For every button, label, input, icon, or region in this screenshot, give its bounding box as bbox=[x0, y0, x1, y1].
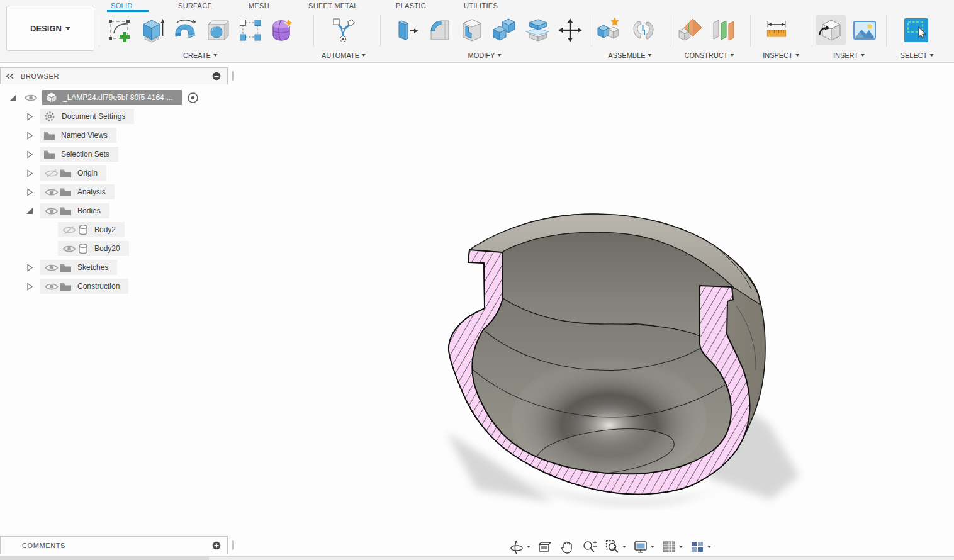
orbit-button[interactable] bbox=[507, 538, 532, 556]
group-label-create[interactable]: CREATE bbox=[183, 52, 217, 59]
look-at-button[interactable] bbox=[536, 538, 554, 556]
dropdown-arrow-icon bbox=[497, 54, 501, 57]
move-copy-icon[interactable] bbox=[556, 16, 584, 44]
hole-icon[interactable] bbox=[204, 16, 232, 44]
joint-icon[interactable] bbox=[629, 16, 657, 44]
tab-solid[interactable]: SOLID bbox=[111, 2, 133, 9]
extrude-icon[interactable] bbox=[138, 16, 166, 44]
zoom-icon bbox=[581, 539, 598, 554]
tree-item[interactable]: Document Settings bbox=[40, 109, 134, 124]
select-icon[interactable] bbox=[902, 16, 930, 44]
group-label-automate[interactable]: AUTOMATE bbox=[322, 52, 366, 59]
fillet-icon[interactable] bbox=[425, 16, 453, 44]
tree-item[interactable]: Sketches bbox=[40, 260, 117, 275]
collapsed-arrow-icon[interactable] bbox=[25, 132, 35, 140]
rectangular-pattern-icon[interactable] bbox=[237, 16, 264, 44]
tab-plastic[interactable]: PLASTIC bbox=[396, 2, 426, 9]
group-label-inspect[interactable]: INSPECT bbox=[763, 52, 799, 59]
visibility-eye-icon[interactable] bbox=[62, 244, 76, 254]
tree-row-named-views[interactable]: Named Views bbox=[25, 126, 116, 144]
collapsed-arrow-icon[interactable] bbox=[25, 283, 35, 291]
combine-icon[interactable] bbox=[491, 16, 519, 44]
browser-panel-header[interactable]: BROWSER bbox=[0, 67, 228, 84]
toolbar-separator bbox=[592, 15, 592, 47]
toolbar-separator bbox=[750, 15, 751, 47]
pan-button[interactable] bbox=[558, 538, 576, 556]
display-settings-button[interactable] bbox=[631, 538, 656, 556]
collapsed-arrow-icon[interactable] bbox=[25, 264, 35, 272]
tree-row-body20[interactable]: Body20 bbox=[58, 240, 129, 257]
activate-component-radio-icon[interactable] bbox=[187, 92, 199, 104]
tree-item[interactable]: Named Views bbox=[40, 128, 116, 143]
press-pull-icon[interactable] bbox=[393, 16, 420, 44]
collapse-chevrons-icon[interactable] bbox=[6, 73, 14, 79]
tree-row-bodies[interactable]: Bodies bbox=[9, 202, 109, 220]
expanded-arrow-icon[interactable] bbox=[25, 207, 35, 215]
tree-row-body2[interactable]: Body2 bbox=[58, 221, 125, 238]
tree-row-document-settings[interactable]: Document Settings bbox=[25, 108, 134, 125]
visibility-eye-icon[interactable] bbox=[45, 263, 59, 272]
construction-plane-icon[interactable] bbox=[676, 16, 704, 44]
browser-collapse-button[interactable] bbox=[212, 72, 221, 81]
toolbar-separator bbox=[812, 15, 812, 47]
group-label-construct[interactable]: CONSTRUCT bbox=[684, 52, 734, 59]
visibility-eye-icon[interactable] bbox=[45, 282, 59, 291]
tree-row-selection-sets[interactable]: Selection Sets bbox=[25, 145, 118, 163]
collapsed-arrow-icon[interactable] bbox=[25, 188, 35, 196]
tree-row-origin[interactable]: Origin bbox=[25, 164, 106, 182]
tree-row-root-component[interactable]: _LAMP24.df79e5bf-80f5-4164-... bbox=[9, 89, 199, 106]
collapsed-arrow-icon[interactable] bbox=[25, 150, 35, 159]
split-body-icon[interactable] bbox=[524, 16, 551, 44]
tree-row-analysis[interactable]: Analysis bbox=[25, 183, 115, 201]
shell-icon[interactable] bbox=[458, 16, 486, 44]
group-label-select[interactable]: SELECT bbox=[901, 52, 934, 59]
tree-item[interactable]: Origin bbox=[40, 165, 106, 181]
tree-item[interactable]: Body2 bbox=[58, 222, 125, 237]
viewport-3d[interactable] bbox=[0, 64, 954, 556]
measure-icon[interactable] bbox=[763, 16, 790, 44]
zoom-button[interactable] bbox=[580, 538, 600, 556]
tree-row-sketches[interactable]: Sketches bbox=[25, 259, 117, 276]
collapsed-arrow-icon[interactable] bbox=[25, 113, 35, 121]
comments-panel-header[interactable]: COMMENTS bbox=[0, 536, 228, 554]
collapsed-arrow-icon[interactable] bbox=[25, 169, 35, 177]
grid-and-snaps-button[interactable] bbox=[659, 538, 685, 556]
viewports-button[interactable] bbox=[688, 538, 713, 556]
tab-mesh[interactable]: MESH bbox=[249, 2, 269, 9]
tree-item[interactable]: Selection Sets bbox=[40, 147, 118, 162]
fit-button[interactable] bbox=[603, 538, 628, 556]
tree-item[interactable]: Construction bbox=[40, 279, 128, 294]
group-label-modify[interactable]: MODIFY bbox=[468, 52, 502, 59]
visibility-eye-off-icon[interactable] bbox=[62, 225, 76, 235]
insert-derive-icon[interactable] bbox=[816, 15, 846, 45]
timeline-bar-segment[interactable] bbox=[0, 556, 209, 560]
create-form-icon[interactable] bbox=[268, 16, 296, 44]
add-comment-button[interactable] bbox=[212, 541, 221, 550]
expanded-arrow-icon[interactable] bbox=[9, 94, 18, 101]
toolbar-separator bbox=[380, 15, 381, 47]
gear-icon bbox=[43, 110, 56, 123]
tree-item[interactable]: Analysis bbox=[40, 184, 115, 199]
panel-resize-handle[interactable] bbox=[232, 540, 234, 550]
create-sketch-icon[interactable] bbox=[106, 16, 133, 44]
group-label-insert[interactable]: INSERT bbox=[833, 52, 865, 59]
new-component-icon[interactable] bbox=[595, 16, 623, 44]
group-label-assemble[interactable]: ASSEMBLE bbox=[608, 52, 651, 59]
insert-canvas-icon[interactable] bbox=[851, 16, 878, 44]
configure-icon[interactable] bbox=[330, 16, 357, 44]
offset-plane-icon[interactable] bbox=[709, 16, 736, 44]
tab-utilities[interactable]: UTILITIES bbox=[464, 2, 498, 9]
panel-resize-handle[interactable] bbox=[232, 71, 234, 81]
tree-item[interactable]: Body20 bbox=[58, 241, 129, 256]
tree-item-root[interactable]: _LAMP24.df79e5bf-80f5-4164-... bbox=[42, 90, 182, 105]
tree-item[interactable]: Bodies bbox=[40, 203, 109, 218]
visibility-eye-off-icon[interactable] bbox=[45, 169, 59, 178]
visibility-eye-icon[interactable] bbox=[45, 188, 59, 197]
tree-row-construction[interactable]: Construction bbox=[25, 277, 128, 295]
visibility-eye-icon[interactable] bbox=[45, 206, 59, 216]
tab-surface[interactable]: SURFACE bbox=[178, 2, 212, 9]
tab-sheet-metal[interactable]: SHEET METAL bbox=[308, 2, 358, 9]
revolve-icon[interactable] bbox=[171, 16, 199, 44]
visibility-eye-icon[interactable] bbox=[24, 93, 38, 103]
workspace-switcher-button[interactable]: DESIGN bbox=[6, 6, 94, 51]
